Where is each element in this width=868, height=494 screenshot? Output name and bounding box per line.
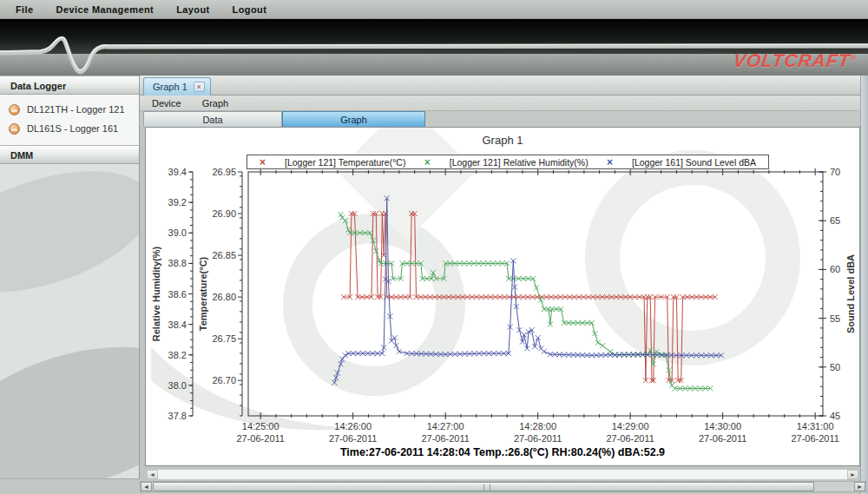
svg-text:27-06-2011: 27-06-2011 [329, 433, 377, 444]
svg-text:26.85: 26.85 [212, 250, 236, 260]
sidebar-section-data-logger[interactable]: Data Logger [0, 76, 139, 95]
svg-text:45: 45 [830, 411, 840, 421]
svg-text:27-06-2011: 27-06-2011 [699, 433, 746, 444]
chart-title: Graph 1 [146, 134, 859, 147]
menu-item-file[interactable]: File [16, 4, 34, 15]
svg-text:26.80: 26.80 [212, 292, 236, 302]
legend-label: [Logger 121] Relative Humidity(%) [450, 157, 589, 168]
svg-text:14:26:00: 14:26:00 [334, 421, 372, 431]
cursor-readout: Time:27-06-2011 14:28:04 Temp.:26.8(°C) … [146, 446, 859, 458]
svg-text:39.2: 39.2 [168, 197, 187, 207]
graph-menu-item-device[interactable]: Device [152, 98, 181, 109]
voltcraft-logo: VOLTCRAFT® [732, 50, 857, 71]
workspace-horizontal-scrollbar[interactable]: ◄ ► [140, 481, 866, 492]
scroll-right-icon[interactable]: ► [847, 470, 858, 479]
svg-text:Relative Humidity(%): Relative Humidity(%) [151, 246, 161, 341]
main-menubar: FileDevice ManagementLayoutLogout [0, 0, 868, 19]
graph-menu-item-graph[interactable]: Graph [202, 98, 229, 109]
svg-text:38.2: 38.2 [168, 350, 187, 360]
brand-banner: VOLTCRAFT® [0, 19, 868, 76]
legend-marker-icon: × [424, 158, 431, 167]
svg-text:26.90: 26.90 [212, 208, 236, 219]
scrollbar-grip [483, 484, 490, 491]
chart-canvas: 14:25:0027-06-201114:26:0027-06-201114:2… [146, 128, 861, 467]
svg-text:38.0: 38.0 [168, 380, 187, 391]
svg-text:26.70: 26.70 [212, 375, 236, 385]
tab-graph-1-label: Graph 1 [153, 82, 187, 92]
svg-text:60: 60 [830, 264, 840, 274]
legend-label: [Logger 121] Temperature(°C) [285, 157, 405, 168]
menu-item-logout[interactable]: Logout [233, 4, 267, 15]
scroll-left-icon[interactable]: ◄ [147, 470, 158, 479]
registered-mark: ® [850, 54, 857, 62]
svg-text:14:27:00: 14:27:00 [427, 421, 464, 431]
legend-marker-icon: × [260, 158, 266, 167]
svg-text:38.4: 38.4 [168, 319, 187, 330]
document-tabstrip: Graph 1 × [140, 76, 868, 96]
svg-text:27-06-2011: 27-06-2011 [791, 433, 838, 444]
view-tab-data[interactable]: Data [143, 111, 282, 127]
tab-close-icon[interactable]: × [194, 82, 205, 92]
legend-label: [Logger 161] Sound Level dBA [632, 157, 756, 168]
svg-text:27-06-2011: 27-06-2011 [606, 433, 654, 444]
bottom-band [0, 479, 140, 494]
view-tab-graph[interactable]: Graph [282, 111, 425, 127]
svg-text:14:29:00: 14:29:00 [612, 421, 649, 431]
menu-item-device-management[interactable]: Device Management [56, 4, 155, 15]
logger-device-icon [9, 123, 20, 135]
menu-item-layout[interactable]: Layout [176, 4, 209, 15]
svg-text:26.75: 26.75 [212, 333, 236, 344]
svg-text:38.6: 38.6 [168, 289, 187, 300]
graph-panel: 14:25:0027-06-201114:26:0027-06-201114:2… [145, 127, 860, 466]
sidebar-item-dl161s[interactable]: DL161S - Logger 161 [0, 119, 139, 138]
app-window: FileDevice ManagementLayoutLogout VOLTCR… [0, 0, 868, 494]
right-edge-strip [860, 76, 868, 494]
svg-text:14:30:00: 14:30:00 [704, 421, 741, 431]
svg-text:14:28:00: 14:28:00 [519, 421, 556, 431]
svg-text:37.8: 37.8 [168, 411, 187, 421]
graph-window-menubar: DeviceGraph [140, 96, 868, 111]
legend-marker-icon: × [607, 158, 613, 167]
svg-text:Temperature(°C): Temperature(°C) [198, 256, 208, 331]
svg-text:39.0: 39.0 [168, 227, 187, 238]
svg-text:65: 65 [830, 215, 840, 226]
sidebar-item-label: DL161S - Logger 161 [27, 123, 118, 134]
chart-legend: ×[Logger 121] Temperature(°C)×[Logger 12… [247, 155, 769, 169]
graph-horizontal-scrollbar[interactable]: ◄ ► [146, 469, 859, 480]
svg-text:39.4: 39.4 [168, 167, 187, 177]
legend-entry: ×[Logger 121] Relative Humidity(%) [424, 157, 589, 168]
svg-text:27-06-2011: 27-06-2011 [236, 433, 284, 444]
scroll-left-icon[interactable]: ◄ [141, 482, 152, 491]
legend-entry: ×[Logger 121] Temperature(°C) [260, 157, 405, 168]
svg-text:38.8: 38.8 [168, 258, 187, 268]
legend-entry: ×[Logger 161] Sound Level dBA [607, 157, 756, 168]
view-tabs: DataGraph [140, 111, 868, 127]
sidebar-watermark [0, 322, 140, 494]
svg-text:14:25:00: 14:25:00 [242, 421, 279, 431]
sidebar-watermark [0, 148, 140, 316]
logger-device-icon [9, 104, 20, 115]
sidebar-item-list: DL121TH - Logger 121DL161S - Logger 161 [0, 95, 139, 145]
svg-text:50: 50 [830, 362, 840, 372]
scrollbar-thumb[interactable] [153, 482, 814, 491]
device-sidebar: Data LoggerDL121TH - Logger 121DL161S - … [0, 76, 140, 494]
sidebar-section-dmm[interactable]: DMM [0, 145, 139, 164]
svg-text:27-06-2011: 27-06-2011 [421, 433, 469, 444]
svg-text:26.95: 26.95 [212, 167, 236, 177]
svg-text:14:31:00: 14:31:00 [797, 421, 834, 431]
svg-text:70: 70 [830, 167, 840, 177]
svg-text:27-06-2011: 27-06-2011 [514, 433, 562, 444]
tab-graph-1[interactable]: Graph 1 × [143, 77, 211, 96]
scroll-right-icon[interactable]: ► [854, 482, 865, 491]
svg-text:55: 55 [830, 313, 840, 324]
sidebar-item-label: DL121TH - Logger 121 [27, 104, 125, 115]
svg-text:Sound Level dBA: Sound Level dBA [845, 254, 856, 333]
sidebar-item-dl121th[interactable]: DL121TH - Logger 121 [0, 100, 139, 119]
